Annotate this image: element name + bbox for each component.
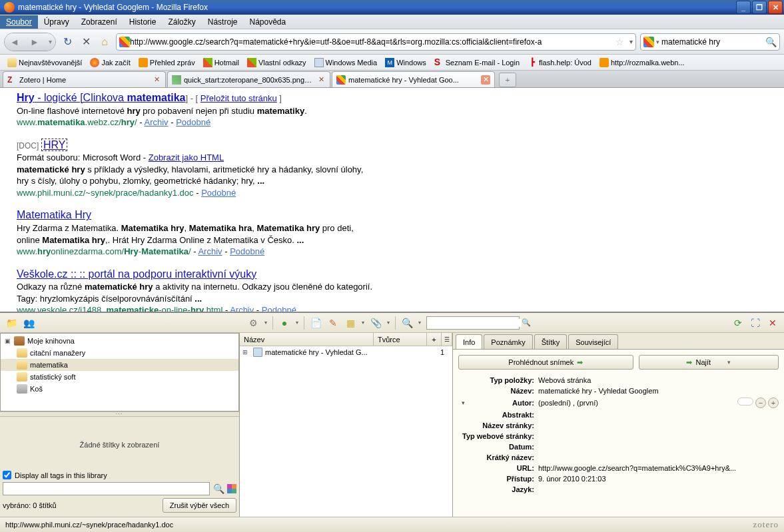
field-url[interactable]: http://www.google.cz/search?q=matematick… (538, 464, 779, 472)
menu-nastroje[interactable]: Nástroje (202, 15, 244, 29)
reload-button[interactable]: ↻ (60, 35, 75, 49)
tree-node-library[interactable]: ▣Moje knihovna (1, 335, 238, 347)
bookmark-item[interactable]: Jak začít (87, 57, 133, 69)
col-name[interactable]: Název (240, 333, 374, 346)
attach-icon[interactable]: 📎 (370, 317, 382, 329)
field-author[interactable]: (poslední) , (první) (538, 399, 737, 407)
gear-icon[interactable]: ⚙ (247, 317, 259, 329)
menu-zobrazeni[interactable]: Zobrazení (75, 15, 123, 29)
horizontal-splitter[interactable] (0, 411, 239, 417)
field-accessed[interactable]: 9. únor 2010 0:21:03 (538, 475, 779, 483)
forward-button[interactable]: ► (25, 33, 45, 51)
bookmark-item[interactable]: Vlastní odkazy (244, 57, 310, 69)
zotero-brand[interactable]: zotero (753, 519, 779, 530)
tab[interactable]: Z Zotero | Home ✕ (3, 71, 166, 87)
new-group-icon[interactable]: 👥 (23, 317, 35, 329)
cached-link[interactable]: Archiv (198, 246, 222, 256)
url-input[interactable] (130, 37, 613, 47)
tab[interactable]: quick_start:zoteropane_800x635.png [... … (167, 71, 330, 87)
view-as-html-link[interactable]: Zobrazit jako HTML (149, 152, 224, 162)
result-link[interactable]: Hry - logické [Clinkova matematika (17, 92, 185, 103)
remove-author-button[interactable]: − (755, 398, 766, 408)
field-title[interactable]: matematické hry - Vyhledat Googlem (538, 387, 779, 395)
history-dropdown[interactable]: ▾ (45, 33, 55, 51)
maximize-button[interactable]: ❐ (752, 1, 767, 14)
bookmark-item[interactable]: Nejnavštěvovanější (4, 57, 85, 69)
similar-link[interactable]: Podobné (230, 246, 264, 256)
search-bar[interactable]: ▾ 🔍 (640, 33, 780, 51)
tab-close-icon[interactable]: ✕ (316, 75, 326, 85)
search-input[interactable] (661, 37, 765, 47)
translate-link[interactable]: Přeložit tuto stránku (200, 93, 277, 103)
toggle-icon[interactable] (737, 398, 753, 405)
item-row[interactable]: ⊞ matematické hry - Vyhledat G... 1 (240, 346, 452, 358)
search-engine-dd[interactable]: ▾ (656, 39, 659, 45)
search-icon[interactable]: 🔍 (401, 317, 413, 329)
back-button[interactable]: ◄ (5, 33, 25, 51)
find-button[interactable]: ➡Najít▾ (639, 355, 779, 370)
fullscreen-icon[interactable]: ⛶ (749, 317, 761, 329)
col-add[interactable]: + (427, 333, 442, 346)
grid-icon[interactable] (227, 484, 236, 493)
bookmark-star-icon[interactable]: ☆ (615, 37, 624, 47)
bookmark-item[interactable]: SSeznam E-mail - Login (431, 57, 523, 69)
tab-close-icon[interactable]: ✕ (152, 75, 161, 85)
bookmark-item[interactable]: http://rozmalka.webn... (596, 57, 688, 69)
clear-selection-button[interactable]: Zrušit výběr všech (163, 498, 236, 513)
sync-icon[interactable]: ⟳ (732, 317, 744, 329)
tree-node[interactable]: statistický soft (1, 371, 238, 383)
result-link[interactable]: Matematika Hry (17, 209, 91, 220)
tab-related[interactable]: Související (568, 334, 618, 349)
result-link[interactable]: Veškole.cz :: :: portál na podporu inter… (17, 268, 256, 280)
tag-filter-input[interactable] (3, 482, 210, 495)
collection-tree[interactable]: ▣Moje knihovna citační manažery matemati… (0, 333, 239, 411)
display-all-tags-checkbox[interactable]: Display all tags in this library (3, 469, 236, 481)
url-dropdown-icon[interactable]: ▾ (629, 38, 633, 45)
menu-zalozky[interactable]: Záložky (162, 15, 201, 29)
field-itemtype[interactable]: Webová stránka (538, 376, 779, 384)
expand-icon[interactable]: ⊞ (242, 349, 250, 356)
search-go-icon[interactable]: 🔍 (765, 37, 777, 47)
note-icon[interactable]: ▦ (344, 317, 356, 329)
bookmark-item[interactable]: Windows Media (311, 57, 381, 69)
tab-notes[interactable]: Poznámky (484, 334, 532, 349)
col-creator[interactable]: Tvůrce (374, 333, 427, 346)
new-tab-button[interactable]: + (499, 73, 516, 87)
tab[interactable]: matematické hry - Vyhledat Goo... ✕ (332, 71, 495, 87)
items-list[interactable]: ⊞ matematické hry - Vyhledat G... 1 (240, 346, 452, 517)
url-bar[interactable]: ☆ ▾ (116, 33, 636, 51)
dropdown-icon[interactable]: ▾ (727, 359, 731, 366)
add-item-icon[interactable]: ● (278, 317, 290, 329)
stop-button[interactable]: ✕ (79, 35, 93, 49)
bookmark-item[interactable]: MWindows (382, 57, 430, 69)
add-author-button[interactable]: + (768, 398, 779, 408)
view-snapshot-button[interactable]: Prohlédnout snímek➡ (458, 355, 633, 370)
menu-soubor[interactable]: Soubor (0, 15, 38, 29)
menu-historie[interactable]: Historie (123, 15, 163, 29)
wand-icon[interactable]: ✎ (327, 317, 339, 329)
collapse-icon[interactable]: ▾ (458, 399, 468, 406)
home-button[interactable]: ⌂ (97, 35, 112, 49)
bookmark-item[interactable]: Přehled zpráv (135, 57, 198, 69)
result-link[interactable]: HRY (41, 138, 68, 151)
bookmark-item[interactable]: ┣flash.help: Úvod (524, 57, 595, 69)
minimize-button[interactable]: _ (736, 1, 751, 14)
menu-napoveda[interactable]: Nápověda (243, 15, 292, 29)
bookmark-item[interactable]: Hotmail (200, 57, 242, 69)
search-icon[interactable]: 🔍 (522, 318, 531, 327)
search-engine-icon[interactable] (643, 37, 654, 47)
tree-node[interactable]: matematika (1, 359, 238, 371)
similar-link[interactable]: Podobné (176, 117, 210, 127)
col-picker[interactable]: ☰ (442, 333, 452, 346)
new-collection-icon[interactable]: 📁 (5, 317, 17, 329)
cached-link[interactable]: Archiv (145, 117, 169, 127)
close-button[interactable]: ✕ (768, 1, 783, 14)
menu-upravy[interactable]: Úpravy (38, 15, 75, 29)
tab-tags[interactable]: Štítky (534, 334, 568, 349)
similar-link[interactable]: Podobné (262, 305, 296, 312)
tree-node[interactable]: citační manažery (1, 347, 238, 359)
similar-link[interactable]: Podobné (201, 188, 236, 198)
add-by-id-icon[interactable]: 📄 (310, 317, 322, 329)
tree-node-trash[interactable]: Koš (1, 383, 238, 395)
tab-info[interactable]: Info (456, 334, 482, 349)
